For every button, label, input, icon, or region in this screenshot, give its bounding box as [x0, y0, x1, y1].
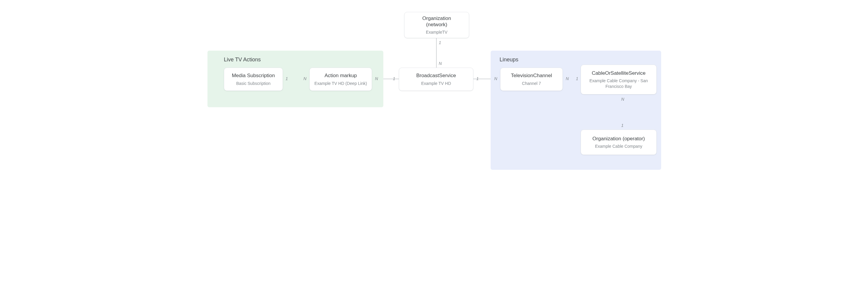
- node-subtitle: Example Cable Company - San Francisco Ba…: [585, 78, 652, 89]
- cardinality-label: 1: [439, 40, 441, 45]
- node-cable-or-satellite-service: CableOrSatelliteService Example Cable Co…: [581, 65, 657, 94]
- node-subtitle: ExampleTV: [426, 30, 447, 35]
- cardinality-label: 1: [476, 76, 479, 81]
- region-title-lineups: Lineups: [500, 57, 518, 63]
- cardinality-label: 1: [576, 76, 578, 81]
- diagram-stage: Live TV Actions Lineups Organization (ne…: [202, 6, 666, 173]
- cardinality-label: N: [375, 76, 378, 81]
- node-title: CableOrSatelliteService: [592, 70, 645, 76]
- cardinality-label: N: [566, 76, 569, 81]
- node-title: TelevisionChannel: [511, 72, 552, 79]
- node-title: Media Subscription: [232, 72, 275, 79]
- node-action-markup: Action markup Example TV HD (Deep Link): [309, 68, 372, 91]
- cardinality-label: 1: [285, 76, 288, 81]
- cardinality-label: N: [304, 76, 306, 81]
- node-title: BroadcastService: [416, 72, 456, 79]
- cardinality-label: N: [621, 97, 624, 102]
- node-organization-operator: Organization (operator) Example Cable Co…: [581, 130, 657, 155]
- node-organization-network: Organization (network) ExampleTV: [404, 12, 469, 38]
- cardinality-label: 1: [621, 123, 624, 128]
- node-title: Organization (network): [423, 15, 451, 28]
- node-subtitle: Example Cable Company: [595, 143, 642, 149]
- node-subtitle: Example TV HD: [421, 81, 451, 86]
- node-title: Organization (operator): [593, 136, 645, 142]
- node-subtitle: Example TV HD (Deep Link): [314, 81, 367, 86]
- node-subtitle: Channel 7: [522, 81, 541, 86]
- node-broadcast-service: BroadcastService Example TV HD: [399, 68, 473, 91]
- node-television-channel: TelevisionChannel Channel 7: [500, 68, 563, 91]
- region-title-live-tv: Live TV Actions: [224, 57, 261, 63]
- node-media-subscription: Media Subscription Basic Subscription: [224, 68, 283, 91]
- node-subtitle: Basic Subscription: [236, 81, 270, 86]
- node-title: Action markup: [324, 72, 357, 79]
- cardinality-label: N: [439, 61, 442, 66]
- cardinality-label: 1: [393, 76, 395, 81]
- cardinality-label: N: [494, 76, 497, 81]
